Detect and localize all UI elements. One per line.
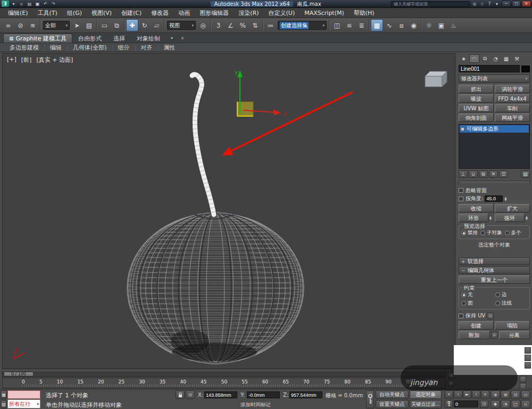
tab-selection[interactable]: 选择 — [107, 34, 131, 43]
attach-button[interactable]: 附加 — [459, 331, 490, 339]
ignore-backfacing-checkbox[interactable]: 忽略背面 — [459, 186, 530, 194]
go-to-end-button[interactable]: » — [481, 390, 489, 398]
grow-button[interactable]: 扩大 — [495, 204, 530, 212]
viewport-pov-menu[interactable]: [前] — [21, 56, 32, 64]
tab-object-paint[interactable]: 对象绘制 — [131, 34, 166, 43]
key-filters-button[interactable]: 关键点过滤... — [410, 400, 442, 408]
panel-edge-button[interactable] — [520, 383, 526, 389]
modifier-button-6[interactable]: 倒角剖面 — [459, 113, 494, 122]
modifier-stack-menu-button[interactable]: ▤ — [521, 170, 530, 178]
loop-button[interactable]: 循环 — [495, 214, 525, 222]
rectangular-selection-region-button[interactable]: ▭ — [98, 19, 111, 31]
viewcube[interactable] — [425, 71, 447, 87]
modifier-button-4[interactable]: UVW 贴图 — [459, 104, 494, 112]
help-icon[interactable]: ? — [486, 1, 493, 7]
use-pivot-point-center-button[interactable]: ◎ — [197, 19, 209, 31]
modifier-button-5[interactable]: 车削 — [495, 104, 530, 112]
help-menu-icon[interactable]: ▾ — [494, 1, 500, 7]
app-menu-icon[interactable]: ▾ — [10, 1, 17, 7]
panel-align[interactable]: 对齐 — [136, 44, 158, 52]
display-tab[interactable]: ▦ — [501, 54, 511, 63]
new-file-icon[interactable]: ▫ — [18, 1, 25, 7]
schematic-view-button[interactable]: ⧈ — [395, 19, 408, 31]
panel-edge-button[interactable] — [520, 376, 526, 382]
favorites-icon[interactable]: ☆ — [479, 1, 485, 7]
panel-edge-button[interactable] — [525, 347, 531, 354]
create-button[interactable]: 创建 — [459, 321, 494, 330]
trackbar-scroll-right-button[interactable]: ▹ — [448, 380, 454, 387]
previous-frame-button[interactable]: ‹ — [454, 390, 462, 398]
rollout-edit-geometry[interactable]: − 编辑几何体 — [459, 266, 530, 274]
make-unique-button[interactable]: ⧉ — [479, 170, 488, 178]
zoom-extents-button[interactable]: ⊡ — [511, 390, 520, 399]
reference-coordinate-system-dropdown[interactable]: 视图▾ — [167, 21, 196, 30]
panel-edit[interactable]: 编辑 — [45, 44, 67, 52]
zoom-region-button[interactable]: ▭ — [521, 390, 530, 399]
preview-selection-option[interactable]: 子对象 — [480, 230, 502, 236]
current-frame-field[interactable] — [454, 400, 478, 407]
attach-list-button[interactable]: ▫ — [491, 332, 498, 339]
set-key-button[interactable] — [366, 390, 374, 408]
z-coordinate-field[interactable] — [289, 391, 322, 398]
render-setup-button[interactable]: ☼ — [423, 19, 435, 31]
add-time-tag[interactable]: 添加时间标记 — [240, 402, 271, 408]
transform-gizmo[interactable]: yx — [235, 69, 287, 117]
viewport-general-menu[interactable]: [+] — [7, 56, 16, 64]
curve-editor-button[interactable]: ∿ — [383, 19, 395, 31]
preserve-uv-settings-button[interactable]: ▫ — [487, 313, 494, 320]
modifier-button-7[interactable]: 网格平滑 — [495, 113, 530, 122]
constraint-option[interactable]: 无 — [461, 291, 493, 298]
create-tab[interactable]: ★ — [459, 54, 469, 63]
shrink-button[interactable]: 收缩 — [459, 204, 494, 212]
by-angle-checkbox[interactable]: 按角度: — [459, 195, 483, 203]
key-mode-toggle-button[interactable] — [445, 400, 453, 408]
front-viewport-canvas[interactable]: yx — [3, 54, 456, 370]
show-end-result-button[interactable]: ∪ — [469, 170, 478, 178]
maxscript-mini-listener[interactable]: 所有在行 ▾ — [7, 399, 40, 408]
modify-tab[interactable]: ◠ — [469, 54, 479, 63]
object-name-field[interactable] — [459, 65, 520, 72]
y-coordinate-field[interactable] — [247, 391, 280, 398]
constraint-option[interactable]: 边 — [495, 291, 527, 298]
bind-to-space-warp-button[interactable]: ≋ — [27, 19, 39, 31]
preserve-uv-checkbox[interactable]: 保持 UV — [459, 312, 485, 320]
menu-maxscript[interactable]: MAXScript(M) — [300, 8, 349, 18]
orbit-view-button[interactable]: ◔ — [501, 400, 510, 408]
hierarchy-tab[interactable]: ⧉ — [480, 54, 490, 63]
menu-customize[interactable]: 自定义(U) — [264, 8, 300, 18]
search-icon[interactable]: ◎ — [471, 1, 478, 7]
zoom-all-button[interactable]: ⊞ — [501, 390, 510, 399]
panel-edge-button[interactable] — [525, 355, 531, 361]
app-logo-icon[interactable]: 3 — [2, 1, 9, 7]
pan-view-button[interactable]: ✚ — [491, 400, 500, 408]
collapse-button[interactable]: 塌陷 — [495, 321, 530, 330]
select-by-name-button[interactable]: ▤ — [83, 19, 95, 31]
angle-snap-toggle-button[interactable]: ∠ — [225, 19, 237, 31]
select-and-link-button[interactable]: ∞ — [2, 19, 14, 31]
remove-modifier-button[interactable]: ✕ — [489, 170, 498, 178]
layer-manager-button[interactable]: ≣ — [355, 19, 368, 31]
snap-toggle-3d-button[interactable]: 3 — [212, 19, 225, 31]
modifier-button-0[interactable]: 挤出 — [459, 85, 494, 93]
ribbon-options-arrow-icon[interactable]: ▾ — [168, 35, 176, 42]
minimize-button[interactable]: ─ — [502, 1, 511, 7]
close-button[interactable]: ✕ — [522, 1, 531, 7]
menu-graph-editors[interactable]: 图形编辑器 — [195, 8, 234, 18]
field-of-view-button[interactable]: ◇ — [521, 400, 530, 408]
constraint-option[interactable]: 法线 — [495, 300, 527, 307]
track-bar[interactable]: 0510152025303540455055606570758085909510… — [2, 378, 446, 388]
open-file-icon[interactable]: ▤ — [26, 1, 33, 7]
named-selection-sets-dropdown[interactable]: 创建选择集▾ — [278, 21, 327, 30]
undo-icon[interactable]: ↶ — [42, 1, 49, 7]
motion-tab[interactable]: ◔ — [491, 54, 501, 63]
spinner-icon[interactable]: ▲▼ — [489, 216, 494, 220]
percent-snap-toggle-button[interactable]: % — [237, 19, 249, 31]
menu-tools[interactable]: 工具(T) — [33, 8, 62, 18]
go-to-start-button[interactable]: « — [445, 390, 453, 398]
pin-stack-button[interactable]: ⊥ — [459, 170, 468, 178]
material-editor-button[interactable]: ◉ — [408, 19, 420, 31]
rollout-soft-selection[interactable]: + 软选择 — [459, 257, 530, 265]
absolute-offset-toggle-button[interactable]: ⊡ — [186, 390, 195, 399]
front-viewport[interactable]: [+] [前] [真实 + 边面] yx — [2, 53, 455, 369]
object-color-swatch[interactable] — [521, 66, 530, 72]
